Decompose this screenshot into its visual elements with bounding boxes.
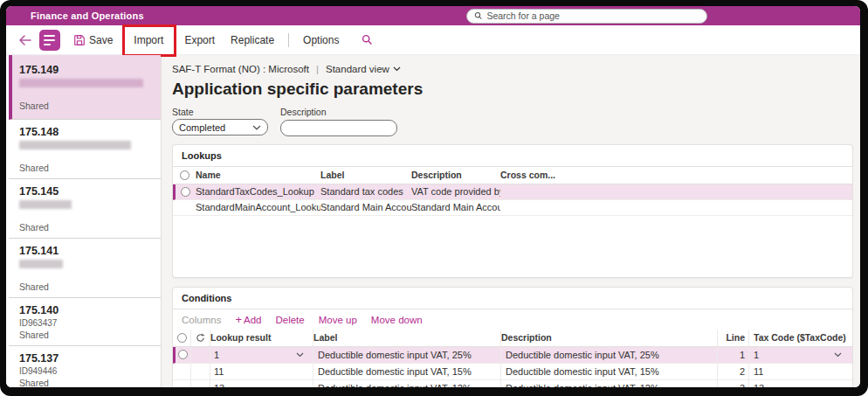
shared-label: Shared	[19, 281, 152, 293]
save-icon	[73, 34, 86, 46]
version-number: 175.140	[19, 303, 152, 317]
top-navigation-bar: Finance and Operations	[6, 6, 860, 25]
lookup-crosscompany	[500, 184, 852, 199]
version-list-item[interactable]: 175.145 Shared	[9, 179, 161, 239]
version-number: 175.141	[19, 244, 152, 258]
columns-button[interactable]: Columns	[182, 315, 221, 325]
shared-label: Shared	[19, 221, 152, 233]
lookups-col-description[interactable]: Description	[411, 167, 500, 184]
lookup-result-cell[interactable]: 13	[210, 380, 313, 388]
search-icon	[474, 11, 482, 20]
conditions-col-taxcode[interactable]: Tax Code ($TaxCode)	[749, 330, 852, 346]
conditions-table-row[interactable]: 1 Deductible domestic input VAT, 25% Ded…	[173, 347, 852, 364]
version-list-item[interactable]: 175.149 Shared	[9, 55, 161, 120]
row-radio[interactable]	[178, 350, 188, 359]
lookups-table-header: Name Label Description Cross com...	[173, 167, 852, 184]
chevron-down-icon[interactable]	[834, 352, 842, 358]
version-id	[19, 210, 152, 221]
version-id	[19, 88, 152, 100]
options-label: Options	[303, 34, 339, 46]
condition-description: Deductible domestic input VAT, 15%	[501, 364, 718, 379]
select-all-radio[interactable]	[177, 333, 187, 343]
lookups-table-row[interactable]: StandardTaxCodes_Lookup Standard tax cod…	[173, 184, 852, 200]
lookup-result-value: 11	[214, 366, 224, 377]
lookups-table: Name Label Description Cross com... Stan…	[173, 167, 852, 216]
replicate-button[interactable]: Replicate	[224, 30, 281, 51]
toolbar-divider	[288, 33, 289, 47]
chevron-down-icon[interactable]	[296, 352, 304, 358]
conditions-col-description[interactable]: Description	[501, 330, 718, 346]
lookups-col-crosscompany[interactable]: Cross com...	[500, 167, 852, 184]
row-radio[interactable]	[181, 187, 190, 197]
import-label: Import	[134, 34, 163, 46]
versions-sidebar: 175.149 Shared 175.148 Shared 175.145	[6, 55, 162, 387]
shared-label: Shared	[19, 100, 152, 112]
version-list-item[interactable]: 175.141 Shared	[9, 239, 161, 298]
tax-code-value: 1	[754, 350, 759, 360]
move-up-button[interactable]: Move up	[319, 315, 357, 325]
conditions-col-line[interactable]: Line	[718, 330, 749, 346]
conditions-col-lookup-result[interactable]: Lookup result	[210, 330, 313, 346]
parameter-fields: State Completed Description	[172, 107, 853, 136]
lookup-result-value: 1	[214, 350, 219, 360]
version-list-item[interactable]: 175.148 Shared	[9, 120, 161, 179]
view-selector-label: Standard view	[326, 64, 389, 74]
version-list-item[interactable]: 175.137 ID949446 Shared	[9, 346, 161, 387]
condition-label: Deductible domestic input VAT, 25%	[313, 347, 501, 363]
tax-code-cell[interactable]: 13	[749, 380, 852, 388]
lookup-result-cell[interactable]: 11	[210, 364, 313, 379]
redacted-text	[19, 141, 131, 149]
page-search-box[interactable]	[466, 9, 707, 24]
conditions-table-row[interactable]: 13 Deductible domestic input VAT, 12% De…	[173, 380, 852, 388]
lookup-result-cell[interactable]: 1	[210, 347, 313, 363]
condition-line: 1	[718, 347, 749, 363]
move-down-button[interactable]: Move down	[371, 315, 423, 325]
row-refresh-cell	[191, 347, 210, 363]
conditions-section-title: Conditions	[173, 288, 852, 309]
import-button[interactable]: Import	[127, 30, 170, 51]
state-select[interactable]: Completed	[172, 119, 268, 135]
chevron-down-icon	[393, 66, 401, 72]
lookups-table-row[interactable]: StandardMainAccount_Lookup Standard Main…	[173, 200, 852, 216]
main-pane: SAF-T Format (NO) : Microsoft | Standard…	[162, 55, 860, 387]
lookup-name: StandardTaxCodes_Lookup	[196, 184, 320, 199]
shared-label: Shared	[19, 162, 152, 174]
save-button[interactable]: Save	[66, 30, 120, 51]
view-selector[interactable]: Standard view	[326, 64, 401, 74]
tax-code-cell[interactable]: 1	[749, 347, 852, 363]
lookups-col-label[interactable]: Label	[320, 167, 411, 184]
page-search-input[interactable]	[486, 10, 699, 21]
redacted-text	[19, 200, 72, 209]
shared-label: Shared	[19, 377, 152, 387]
add-label: Add	[244, 315, 261, 325]
delete-button[interactable]: Delete	[275, 315, 304, 325]
conditions-table-row[interactable]: 11 Deductible domestic input VAT, 15% De…	[173, 364, 852, 380]
content-area: 175.149 Shared 175.148 Shared 175.145	[6, 55, 860, 387]
lookup-result-value: 13	[214, 383, 224, 388]
breadcrumb-text: SAF-T Format (NO) : Microsoft	[172, 64, 309, 74]
toolbar-search-button[interactable]	[355, 30, 380, 50]
export-button[interactable]: Export	[177, 30, 222, 51]
page-title: Application specific parameters	[172, 80, 853, 99]
version-list-item[interactable]: 175.140 ID963437 Shared	[9, 298, 161, 346]
version-id: ID963437	[19, 317, 152, 329]
back-button[interactable]	[15, 31, 36, 50]
lookup-name: StandardMainAccount_Lookup	[196, 200, 320, 215]
row-refresh-cell	[191, 380, 210, 388]
lookups-col-name[interactable]: Name	[196, 167, 320, 184]
condition-description: Deductible domestic input VAT, 12%	[501, 380, 718, 388]
conditions-actions-toolbar: Columns + Add Delete Move up Move down	[173, 309, 852, 330]
options-button[interactable]: Options	[296, 30, 346, 51]
tax-code-cell[interactable]: 11	[749, 364, 852, 379]
conditions-col-label[interactable]: Label	[313, 330, 501, 346]
app-window: Finance and Operations Save Import	[6, 6, 860, 387]
list-menu-toggle-button[interactable]	[39, 30, 60, 51]
select-all-radio[interactable]	[180, 170, 189, 180]
add-button[interactable]: + Add	[235, 315, 261, 325]
version-id: ID949446	[19, 365, 152, 377]
lookup-label: Standard tax codes	[320, 184, 411, 199]
conditions-table-body: 1 Deductible domestic input VAT, 25% Ded…	[173, 347, 852, 388]
description-input[interactable]	[280, 120, 397, 136]
description-label: Description	[280, 107, 397, 117]
lookup-description: VAT code provided by the...	[411, 184, 500, 199]
